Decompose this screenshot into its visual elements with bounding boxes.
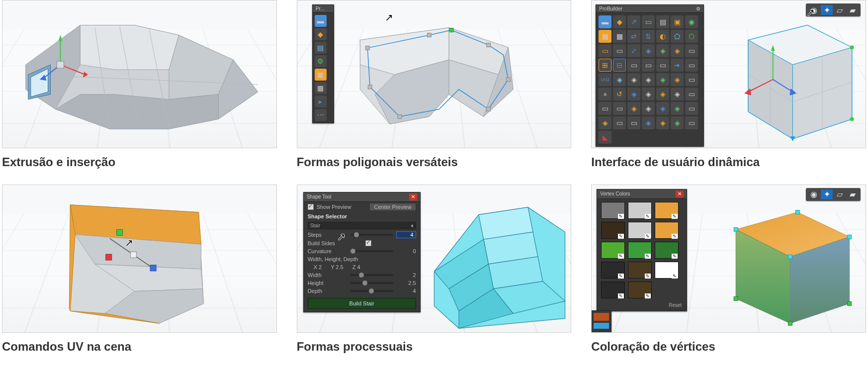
tool-icon[interactable]: ◈ [642, 73, 655, 86]
show-preview-checkbox[interactable] [308, 204, 314, 210]
mode-face-icon[interactable]: ▰ [847, 190, 859, 199]
selection-mode-bar[interactable]: ◉ ✦ ▱ ▰ [806, 188, 861, 201]
color-swatch[interactable] [601, 242, 625, 259]
tool-icon[interactable]: ▭ [685, 44, 698, 57]
tool-icon[interactable]: ▭ [627, 116, 640, 129]
tool-icon[interactable]: ◐ [656, 30, 669, 43]
tool-icon[interactable]: ⇄ [627, 30, 640, 43]
settings-icon[interactable]: ⚙ [315, 55, 327, 67]
tool-icon[interactable]: ◆ [613, 15, 626, 28]
depth-slider[interactable] [350, 290, 393, 292]
color-swatch[interactable] [601, 262, 625, 279]
build-sides-checkbox[interactable] [365, 240, 371, 246]
panel-title[interactable]: Shape Tool ✕ [304, 192, 420, 202]
mode-edge-icon[interactable]: ▱ [834, 5, 846, 15]
tool-icon[interactable]: ◈ [656, 88, 669, 100]
tool-icon[interactable]: ● [599, 88, 611, 100]
color-swatch[interactable] [594, 313, 609, 321]
tool-icon[interactable]: ▭ [599, 44, 611, 57]
tool-icon[interactable]: ⊞ [599, 59, 611, 72]
tool-icon[interactable]: ▭ [685, 73, 698, 86]
reset-button[interactable]: Reset [597, 301, 687, 311]
tool-icon[interactable]: ▭ [613, 44, 626, 57]
tool-icon[interactable]: ◈ [599, 116, 611, 129]
tool-icon[interactable]: ◈ [627, 102, 640, 115]
steps-slider[interactable] [350, 234, 393, 236]
poly-icon[interactable]: ◆ [315, 28, 327, 40]
tool-icon[interactable]: ◈ [656, 73, 669, 86]
mode-vertex-icon[interactable]: ✦ [821, 190, 833, 199]
tool-icon[interactable]: ▭ [599, 102, 611, 115]
tool-icon[interactable]: ▤ [656, 15, 669, 28]
panel-title[interactable]: Vertex Colors ✕ [597, 190, 687, 199]
close-icon[interactable]: ✕ [676, 191, 684, 197]
tool-icon[interactable]: ▭ [685, 88, 698, 100]
tool-icon[interactable]: ◈ [642, 88, 655, 100]
color-swatch[interactable] [655, 222, 679, 239]
color-swatch[interactable] [655, 262, 679, 279]
tool-icon[interactable]: ⬠ [671, 30, 684, 43]
tool-icon[interactable]: ◈ [627, 88, 640, 100]
tool-icon[interactable]: ◈ [656, 44, 669, 57]
color-swatch[interactable] [628, 262, 652, 279]
tool-icon[interactable]: ▭ [685, 59, 698, 72]
vertex-colors-panel[interactable]: Vertex Colors ✕ [597, 189, 687, 311]
tool-icon[interactable]: ▭ [613, 116, 626, 129]
shape-icon[interactable]: ▬ [315, 15, 327, 27]
center-preview-button[interactable]: Center Preview [369, 203, 416, 211]
tool-icon[interactable]: ▭ [656, 59, 669, 72]
color-swatch[interactable] [628, 282, 652, 298]
more-icon[interactable]: ⋯ [315, 109, 327, 121]
color-swatch[interactable] [601, 282, 625, 298]
mode-vertex-icon[interactable]: ✦ [821, 5, 833, 15]
tool-icon[interactable]: ▣ [671, 15, 684, 28]
color-swatch[interactable] [601, 202, 625, 219]
close-icon[interactable]: ✕ [409, 193, 417, 200]
curvature-slider[interactable] [350, 250, 393, 252]
tool-icon[interactable]: ▭ [627, 59, 640, 72]
material-icon[interactable]: ▦ [315, 69, 327, 81]
tool-icon[interactable]: ◈ [613, 73, 626, 86]
tool-icon[interactable]: ◈ [656, 102, 669, 115]
width-slider[interactable] [350, 274, 393, 276]
color-swatch[interactable] [594, 323, 609, 329]
probuilder-panel[interactable]: ProBuilder⚙ ▬ ◆ ↗ ▭ ▤ ▣ ◉ ▦ ▩ ⇄ ⇅ ◐ ⬠ ⬡ [596, 4, 704, 147]
tool-icon[interactable]: ◈ [671, 116, 684, 129]
tool-icon[interactable]: ▭ [685, 116, 698, 129]
vertex-icon[interactable]: ▸ [315, 96, 327, 107]
probuilder-mini-panel[interactable]: Pr... ▬ ◆ ▤ ⚙ ▦ ▩ ▸ ⋯ [312, 4, 334, 123]
stair-icon[interactable]: ▤ [315, 42, 327, 54]
tool-icon[interactable]: ⬡ [685, 30, 698, 43]
color-swatch[interactable] [601, 222, 625, 239]
tool-icon[interactable]: ↺ [613, 88, 626, 100]
color-swatch[interactable] [628, 222, 652, 239]
tool-icon[interactable]: ◈ [671, 102, 684, 115]
mode-edge-icon[interactable]: ▱ [834, 190, 846, 199]
tool-icon[interactable]: ▭ [613, 102, 626, 115]
color-swatch[interactable] [655, 202, 679, 219]
mode-object-icon[interactable]: ◉ [808, 190, 820, 199]
tool-icon[interactable]: ⊟ [613, 59, 626, 72]
tool-icon[interactable]: ◣ [599, 131, 611, 144]
tool-icon[interactable]: ▬ [599, 15, 611, 28]
tool-icon[interactable]: ◈ [656, 116, 669, 129]
uv-icon[interactable]: ▩ [315, 82, 327, 94]
color-swatch[interactable] [628, 242, 652, 259]
build-stair-button[interactable]: Build Stair [308, 298, 416, 309]
color-swatch[interactable] [628, 202, 652, 219]
shape-dropdown[interactable]: Stair♦ [308, 222, 416, 229]
tool-icon[interactable]: ▦ [599, 30, 611, 43]
steps-value[interactable]: 4 [396, 231, 416, 238]
height-slider[interactable] [350, 282, 393, 284]
tool-icon[interactable]: ◉ [685, 15, 698, 28]
tool-icon[interactable]: ◈ [627, 73, 640, 86]
tool-icon[interactable]: ⇅ [642, 30, 655, 43]
tool-icon[interactable]: ◈ [671, 44, 684, 57]
tool-icon[interactable]: ▩ [613, 30, 626, 43]
shape-tool-panel[interactable]: Shape Tool ✕ Show Preview Center Preview… [303, 192, 421, 312]
tool-icon[interactable]: ◈ [671, 73, 684, 86]
tool-icon[interactable]: ◈ [642, 44, 655, 57]
tool-icon[interactable]: ◈ [671, 88, 684, 100]
tool-icon[interactable]: ▭ [685, 102, 698, 115]
mode-face-icon[interactable]: ▰ [847, 5, 859, 15]
